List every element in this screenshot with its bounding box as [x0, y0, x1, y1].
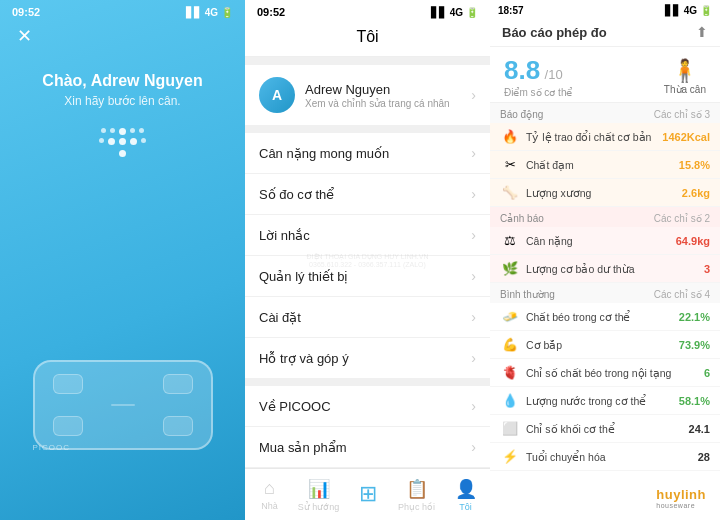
caution-count: Các chỉ số 2: [654, 213, 710, 224]
profile-text: Adrew Nguyen Xem và chỉnh sửa trang cá n…: [305, 82, 471, 109]
network-label: 4G: [205, 7, 218, 18]
bmi-name: Chỉ số khối cơ thể: [526, 423, 689, 435]
weight-label: Thừa cân: [664, 84, 706, 95]
close-button[interactable]: ✕: [12, 24, 36, 48]
middle-panel: 09:52 ▋▋ 4G 🔋 Tôi A Adrew Nguyen Xem và …: [245, 0, 490, 520]
visceral-name: Lượng cơ bảo dư thừa: [526, 263, 704, 275]
profile-chevron: ›: [471, 87, 476, 103]
greeting-section: Chào, Adrew Nguyen Xin hãy bước lên cân.: [22, 72, 222, 108]
mid-signal: ▋▋: [431, 7, 447, 18]
mid-time: 09:52: [257, 6, 285, 18]
mid-status-bar: 09:52 ▋▋ 4G 🔋: [245, 0, 490, 20]
right-panel: 18:57 ▋▋ 4G 🔋 Báo cáo phép đo ⬆ 8.8 /10 …: [490, 0, 720, 520]
metric-visceral: 🌿 Lượng cơ bảo dư thừa 3: [490, 255, 720, 283]
chevron-icon: ›: [471, 439, 476, 455]
score-row: 8.8 /10 Điểm số cơ thể 🧍 Thừa cân: [490, 47, 720, 103]
mid-menu[interactable]: A Adrew Nguyen Xem và chỉnh sửa trang cá…: [245, 57, 490, 468]
protein-value: 15.8%: [679, 159, 710, 171]
normal-section: Bình thường Các chỉ số 4 🧈 Chất béo tron…: [490, 283, 720, 415]
battery-icon: 🔋: [221, 7, 233, 18]
metric-water: 💧 Lượng nước trong cơ thể 58.1%: [490, 387, 720, 415]
right-status-bar: 18:57 ▋▋ 4G 🔋: [490, 0, 720, 18]
bmi-icon: ⬜: [500, 421, 520, 436]
metric-bodyfat: 🧈 Chất béo trong cơ thể 22.1%: [490, 303, 720, 331]
chevron-icon: ›: [471, 268, 476, 284]
bottom-nav: ⌂ Nhà 📊 Sử hướng ⊞ 📋 Phục hồi 👤 Tôi: [245, 468, 490, 520]
left-time: 09:52: [12, 6, 40, 18]
left-panel: 09:52 ▋▋ 4G 🔋 ✕ Chào, Adrew Nguyen Xin h…: [0, 0, 245, 520]
chevron-icon: ›: [471, 350, 476, 366]
normal-count: Các chỉ số 4: [654, 289, 710, 300]
person-icon: 🧍: [671, 58, 698, 84]
weight-section: 🧍 Thừa cân: [664, 58, 706, 95]
normal-header: Bình thường Các chỉ số 4: [490, 283, 720, 303]
muscle-value: 73.9%: [679, 339, 710, 351]
metric-weight: ⚖ Cân nặng 64.9kg: [490, 227, 720, 255]
score-section: 8.8 /10 Điểm số cơ thể: [504, 55, 572, 98]
bmr-value: 1462Kcal: [662, 131, 710, 143]
recovery-icon: 📋: [406, 478, 428, 500]
menu-item-support[interactable]: Hỗ trợ và góp ý ›: [245, 338, 490, 378]
visceral-fat-icon: 🫀: [500, 365, 520, 380]
metrics-content[interactable]: Báo động Các chỉ số 3 🔥 Tỷ lệ trao đổi c…: [490, 103, 720, 520]
protein-icon: ✂: [500, 157, 520, 172]
metric-bmi: ⬜ Chỉ số khối cơ thể 24.1: [490, 415, 720, 443]
chevron-icon: ›: [471, 227, 476, 243]
profile-sub: Xem và chỉnh sửa trang cá nhân: [305, 98, 471, 109]
nav-home[interactable]: ⌂ Nhà: [245, 469, 294, 520]
greeting-subtitle: Xin hãy bước lên cân.: [42, 94, 202, 108]
bmr-icon: 🔥: [500, 129, 520, 144]
right-status-icons: ▋▋ 4G 🔋: [665, 5, 712, 16]
warning-header: Báo động Các chỉ số 3: [490, 103, 720, 123]
chevron-icon: ›: [471, 398, 476, 414]
decorative-dots: [99, 128, 146, 157]
menu-item-weight[interactable]: Cân nặng mong muốn ›: [245, 133, 490, 174]
water-icon: 💧: [500, 393, 520, 408]
bodyfat-value: 22.1%: [679, 311, 710, 323]
nav-profile[interactable]: 👤 Tôi: [441, 469, 490, 520]
weight-icon: ⚖: [500, 233, 520, 248]
huylinh-watermark: huylinh houseware: [650, 484, 712, 512]
nav-recovery[interactable]: 📋 Phục hồi: [392, 469, 441, 520]
bmr-name: Tỷ lệ trao đổi chất cơ bản: [526, 131, 662, 143]
share-icon[interactable]: ⬆: [696, 24, 708, 40]
nav-history[interactable]: 📊 Sử hướng: [294, 469, 343, 520]
caution-label: Cảnh báo: [500, 213, 544, 224]
protein-name: Chất đạm: [526, 159, 679, 171]
caution-section: Cảnh báo Các chỉ số 2 ⚖ Cân nặng 64.9kg …: [490, 207, 720, 283]
right-title: Báo cáo phép đo: [502, 25, 607, 40]
left-status-icons: ▋▋ 4G 🔋: [186, 7, 233, 18]
bone-value: 2.6kg: [682, 187, 710, 199]
menu-item-reminder[interactable]: Lời nhắc ›: [245, 215, 490, 256]
visceral-fat-value: 6: [704, 367, 710, 379]
menu-item-settings[interactable]: Cài đặt ›: [245, 297, 490, 338]
menu-item-shop[interactable]: Mua sản phẩm ›: [245, 427, 490, 468]
left-status-bar: 09:52 ▋▋ 4G 🔋: [0, 0, 245, 20]
right-battery: 🔋: [700, 5, 712, 16]
nav-center[interactable]: ⊞: [343, 469, 392, 520]
profile-menu-item[interactable]: A Adrew Nguyen Xem và chỉnh sửa trang cá…: [245, 65, 490, 125]
bmi-section: ⬜ Chỉ số khối cơ thể 24.1 ⚡ Tuổi chuyển …: [490, 415, 720, 471]
warning-label: Báo động: [500, 109, 543, 120]
metric-bone: 🦴 Lượng xương 2.6kg: [490, 179, 720, 207]
history-icon: 📊: [308, 478, 330, 500]
huylinh-sub: houseware: [656, 502, 706, 509]
water-name: Lượng nước trong cơ thể: [526, 395, 679, 407]
warning-section: Báo động Các chỉ số 3 🔥 Tỷ lệ trao đổi c…: [490, 103, 720, 207]
user-avatar: A: [259, 77, 295, 113]
menu-item-body[interactable]: Số đo cơ thể ›: [245, 174, 490, 215]
chevron-icon: ›: [471, 309, 476, 325]
bodyfat-icon: 🧈: [500, 309, 520, 324]
right-time: 18:57: [498, 5, 524, 16]
caution-header: Cảnh báo Các chỉ số 2: [490, 207, 720, 227]
weight-value: 64.9kg: [676, 235, 710, 247]
menu-item-device[interactable]: Quản lý thiết bị ›: [245, 256, 490, 297]
weight-name: Cân nặng: [526, 235, 676, 247]
huylinh-brand: huylinh: [656, 487, 706, 502]
score-value: 8.8: [504, 55, 540, 85]
profile-name: Adrew Nguyen: [305, 82, 471, 97]
mid-status-icons: ▋▋ 4G 🔋: [431, 7, 478, 18]
main-menu-section: Cân nặng mong muốn › Số đo cơ thể › Lời …: [245, 133, 490, 378]
metabolic-icon: ⚡: [500, 449, 520, 464]
menu-item-about[interactable]: Về PICOOC ›: [245, 386, 490, 427]
